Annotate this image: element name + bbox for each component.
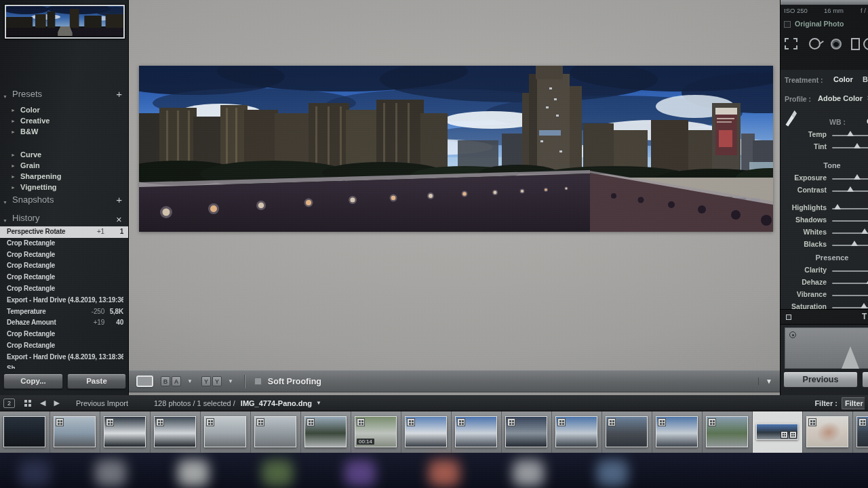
filmstrip-thumbnail[interactable] <box>401 411 452 453</box>
grid-view-icon[interactable] <box>24 399 32 407</box>
navigator-preview[interactable] <box>5 5 125 39</box>
history-step-row[interactable]: Crop Rectangle <box>0 329 128 340</box>
history-step-row[interactable]: Crop Rectangle <box>0 272 128 283</box>
slider-thumb[interactable] <box>847 131 854 136</box>
history-step-row[interactable]: Export - Hard Drive (4.8.2019, 13:19:36) <box>0 295 128 306</box>
reset-button[interactable] <box>862 371 868 388</box>
tone-curve-area[interactable] <box>785 327 868 369</box>
slider-track[interactable] <box>832 283 868 284</box>
panel-toggle-icon[interactable] <box>786 314 791 320</box>
thumbnail-image[interactable] <box>304 416 347 447</box>
filmstrip-thumbnail[interactable] <box>452 411 502 453</box>
thumbnail-image[interactable] <box>204 416 246 447</box>
thumbnail-image[interactable] <box>756 424 798 440</box>
slider-thumb[interactable] <box>847 186 854 192</box>
thumbnail-image[interactable] <box>555 416 597 447</box>
split-left-view-icon[interactable]: Y <box>201 376 211 386</box>
presets-section-header[interactable]: ▼ Presets + <box>0 88 128 102</box>
filmstrip-thumbnail[interactable]: 00:14 <box>351 411 401 453</box>
filmstrip-thumbnail[interactable] <box>50 411 100 453</box>
second-monitor-button[interactable]: 2 <box>3 399 15 408</box>
filmstrip-thumbnail[interactable] <box>201 411 251 453</box>
red-eye-tool-icon[interactable] <box>831 39 842 49</box>
filmstrip-thumbnail[interactable] <box>0 411 50 453</box>
original-photo-checkbox[interactable] <box>784 21 791 28</box>
slider-thumb[interactable] <box>866 279 868 284</box>
create-preset-button[interactable]: + <box>116 88 122 100</box>
slider-track[interactable] <box>832 208 868 209</box>
after-view-icon[interactable]: A <box>172 376 181 386</box>
filmstrip-thumbnail[interactable] <box>753 411 803 453</box>
history-step-row[interactable]: Dehaze Amount +19 40 <box>0 317 128 329</box>
thumbnail-image[interactable] <box>455 416 497 447</box>
history-step-row[interactable]: Perspective Rotate +1 1 <box>0 226 128 238</box>
toolbar-options-chevron-icon[interactable]: ▼ <box>758 378 772 385</box>
slider-track[interactable] <box>832 220 868 222</box>
preset-folder[interactable]: Vignetting <box>0 182 128 192</box>
crop-overlay-tool-icon[interactable] <box>785 38 797 49</box>
history-step-row[interactable]: Crop Rectangle <box>0 260 128 272</box>
before-view-icon[interactable]: B <box>161 376 170 386</box>
slider-track[interactable] <box>832 190 868 192</box>
preset-folder[interactable]: Curve <box>0 149 128 160</box>
filmstrip-thumbnail[interactable] <box>652 411 703 453</box>
thumbnail-image[interactable] <box>3 416 45 447</box>
loupe-photo[interactable] <box>139 66 773 232</box>
chevron-down-icon[interactable]: ▼ <box>228 378 233 384</box>
filter-preset-select[interactable]: Filter <box>842 397 865 409</box>
copy-settings-button[interactable]: Copy... <box>3 373 63 389</box>
history-step-row[interactable]: Temperature -250 5,8K <box>0 306 128 318</box>
loupe-view-icon[interactable] <box>136 375 153 387</box>
filmstrip-thumbnail[interactable] <box>251 411 301 453</box>
split-right-view-icon[interactable]: Y <box>212 376 222 386</box>
clear-history-button[interactable]: ✕ <box>116 214 122 226</box>
filmstrip-filename[interactable]: IMG_4774-Pano.dng <box>241 399 312 407</box>
graduated-filter-tool-icon[interactable] <box>851 38 860 50</box>
history-step-row[interactable]: Crop Rectangle <box>0 340 128 352</box>
filmstrip-thumbnail[interactable] <box>502 411 552 453</box>
thumbnail-image[interactable] <box>405 416 447 447</box>
targeted-adjustment-icon[interactable] <box>789 331 796 338</box>
previous-photo-arrow-icon[interactable]: ◀ <box>40 399 45 407</box>
preset-folder[interactable]: Color <box>0 104 128 115</box>
filmstrip-thumbnail[interactable] <box>301 411 351 453</box>
filmstrip-thumbnail[interactable] <box>100 411 151 453</box>
split-view-control[interactable]: Y Y <box>201 376 222 386</box>
history-step-row[interactable]: Crop Rectangle <box>0 283 128 295</box>
white-balance-eyedropper-icon[interactable] <box>783 105 799 131</box>
filmstrip-thumbnail[interactable] <box>602 411 652 453</box>
thumbnail-image[interactable] <box>505 416 547 447</box>
thumbnail-image[interactable] <box>54 416 96 447</box>
thumbnail-image[interactable]: 00:14 <box>355 416 397 447</box>
filmstrip-thumbnail[interactable] <box>151 411 201 453</box>
slider-thumb[interactable] <box>861 228 868 234</box>
slider-thumb[interactable] <box>854 143 861 148</box>
history-step-row[interactable]: Export - Hard Drive (4.8.2019, 13:18:36) <box>0 352 128 363</box>
slider-track[interactable] <box>832 232 868 234</box>
treatment-color-option[interactable]: Color <box>833 75 853 83</box>
filmstrip-thumbnail[interactable] <box>853 411 868 453</box>
history-step-row[interactable]: Crop Rectangle <box>0 238 128 249</box>
thumbnail-image[interactable] <box>606 416 648 447</box>
slider-thumb[interactable] <box>834 204 841 209</box>
preset-folder[interactable]: Sharpening <box>0 171 128 182</box>
thumbnail-image[interactable] <box>656 416 698 447</box>
filmstrip-thumbnail[interactable] <box>703 411 753 453</box>
thumbnail-image[interactable] <box>104 416 146 447</box>
preset-folder[interactable]: Grain <box>0 160 128 171</box>
filmstrip-source-label[interactable]: Previous Import <box>76 399 128 407</box>
chevron-down-icon[interactable]: ▼ <box>187 378 193 384</box>
snapshots-section-header[interactable]: ▼ Snapshots + <box>0 194 128 207</box>
slider-track[interactable] <box>832 307 868 308</box>
tone-curve-panel-header[interactable]: T <box>781 309 868 325</box>
slider-track[interactable] <box>832 178 868 180</box>
slider-track[interactable] <box>832 245 868 246</box>
soft-proofing-checkbox[interactable] <box>254 378 262 385</box>
history-step-row[interactable]: Sh <box>0 363 128 369</box>
slider-track[interactable] <box>832 147 868 148</box>
slider-track[interactable] <box>832 135 868 136</box>
slider-thumb[interactable] <box>851 241 858 246</box>
thumbnail-image[interactable] <box>856 416 868 447</box>
preset-folder[interactable]: B&W <box>0 126 128 137</box>
history-step-row[interactable]: Crop Rectangle <box>0 249 128 261</box>
